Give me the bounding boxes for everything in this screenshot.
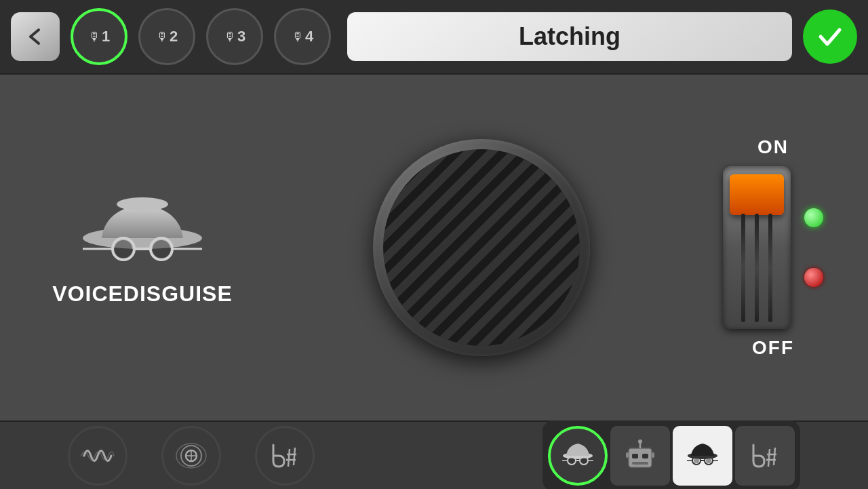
brand-prefix: VOICE [52, 281, 123, 306]
mic-label-1: 1 [102, 28, 110, 45]
switch-container [723, 166, 823, 329]
back-button[interactable] [11, 12, 60, 61]
svg-point-25 [581, 458, 587, 463]
svg-rect-32 [626, 452, 629, 458]
svg-point-31 [638, 439, 642, 444]
bottom-bar [0, 420, 868, 489]
svg-rect-33 [652, 452, 654, 458]
switch-section: ON OFF [678, 75, 868, 420]
brand-logo [75, 189, 210, 271]
spy-preset-button[interactable] [548, 426, 608, 486]
svg-rect-27 [632, 454, 638, 458]
knob-stripes [383, 149, 580, 346]
pitch-effect-button[interactable] [255, 426, 315, 486]
mic-icon-3: 🎙 [224, 30, 236, 44]
svg-point-40 [694, 458, 699, 463]
switch-indicators [804, 208, 823, 287]
wave-effect-button[interactable] [68, 426, 127, 486]
svg-line-43 [774, 448, 775, 465]
mic-button-4[interactable]: 🎙 4 [274, 8, 331, 65]
robot-preset-button[interactable] [610, 426, 670, 486]
brand-name: VOICEDISGUISE [52, 281, 233, 307]
main-content: VOICEDISGUISE ON [0, 75, 868, 420]
svg-line-15 [294, 448, 295, 465]
svg-rect-28 [642, 454, 648, 458]
switch-grooves [741, 214, 772, 322]
on-label: ON [757, 136, 789, 158]
main-knob[interactable] [373, 139, 590, 356]
mic-label-3: 3 [237, 28, 245, 45]
mic-button-3[interactable]: 🎙 3 [206, 8, 263, 65]
off-label: OFF [752, 337, 794, 359]
switch-handle [730, 174, 784, 215]
mic-icon-2: 🎙 [156, 30, 168, 44]
preset-group [542, 420, 800, 490]
spy2-preset-button[interactable] [673, 426, 732, 486]
brand-section: VOICEDISGUISE [0, 75, 285, 420]
svg-point-8 [153, 240, 170, 258]
latching-button[interactable]: Latching [347, 12, 792, 61]
knob-inner [383, 149, 580, 346]
svg-rect-29 [632, 462, 648, 465]
mic-icon-4: 🎙 [292, 30, 304, 44]
svg-point-7 [115, 240, 132, 258]
groove-2 [755, 214, 759, 322]
mic-button-2[interactable]: 🎙 2 [138, 8, 195, 65]
svg-line-42 [768, 449, 770, 467]
pitch2-preset-button[interactable] [735, 426, 795, 486]
svg-point-1 [117, 197, 168, 211]
indicator-green [804, 208, 823, 227]
confirm-button[interactable] [803, 9, 857, 64]
power-switch[interactable] [723, 166, 791, 329]
svg-line-14 [288, 449, 290, 467]
mic-label-4: 4 [305, 28, 313, 45]
latching-label: Latching [519, 22, 620, 51]
mic-icon-1: 🎙 [88, 30, 100, 44]
mic-label-2: 2 [170, 28, 178, 45]
svg-point-24 [569, 458, 574, 463]
svg-point-41 [706, 458, 711, 463]
groove-3 [768, 214, 772, 322]
mic-button-1[interactable]: 🎙 1 [71, 8, 127, 65]
indicator-red [804, 268, 823, 287]
noise-effect-button[interactable] [161, 426, 221, 486]
top-bar: 🎙 1 🎙 2 🎙 3 🎙 4 Latching [0, 0, 868, 75]
knob-section [285, 75, 678, 420]
groove-1 [741, 214, 745, 322]
brand-suffix: DISGUISE [123, 281, 233, 306]
